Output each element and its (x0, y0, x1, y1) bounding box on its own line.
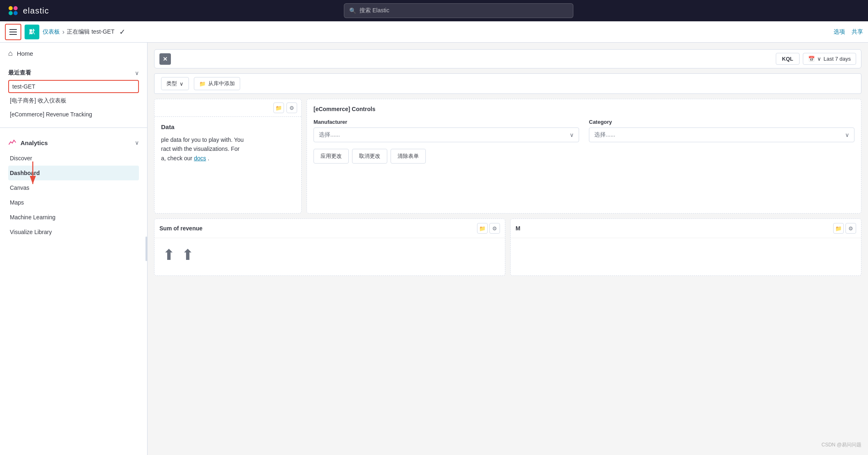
category-chevron-icon: ∨ (845, 132, 849, 138)
analytics-header-left: Analytics (8, 139, 48, 147)
sidebar-item-machine-learning[interactable]: Machine Learning (8, 210, 139, 225)
category-select[interactable]: 选择...... ∨ (589, 127, 854, 142)
sidebar-resize-handle[interactable] (145, 43, 147, 455)
recent-item-2[interactable]: [eCommerce] Revenue Tracking (8, 108, 139, 121)
options-button[interactable]: 选项 (834, 28, 845, 36)
revenue-folder-button[interactable]: 📁 (477, 223, 488, 234)
cancel-changes-button[interactable]: 取消更改 (352, 149, 387, 164)
sidebar: ⌂ Home 最近查看 ∨ test-GET [电子商务] 收入仪表板 [eCo… (0, 43, 148, 455)
time-label: Last 7 days (824, 56, 851, 62)
clear-form-button[interactable]: 清除表单 (391, 149, 426, 164)
folder-icon: 📁 (199, 81, 206, 87)
topbar: elastic 🔍 搜索 Elastic (0, 0, 868, 21)
manufacturer-placeholder: 选择...... (319, 131, 340, 139)
revenue-title-2: M (516, 225, 520, 232)
svg-point-2 (9, 11, 13, 15)
chevron-down-icon: ∨ (180, 81, 184, 87)
breadcrumb: 仪表板 › 正在编辑 test-GET (43, 28, 114, 36)
revenue-gear-button[interactable]: ⚙ (489, 223, 500, 234)
svg-point-1 (14, 6, 18, 10)
main-content: ✕ KQL 📅 ∨ Last 7 days 类型 ∨ 📁 从库中添加 (148, 43, 868, 455)
breadcrumb-separator: › (62, 28, 64, 36)
type-select-button[interactable]: 类型 ∨ (161, 77, 189, 90)
library-label: 从库中添加 (208, 80, 235, 87)
sidebar-item-dashboard[interactable]: Dashboard (8, 166, 139, 180)
analytics-icon (8, 139, 16, 147)
close-icon: ✕ (163, 56, 168, 62)
revenue-panel-header-2: M 📁 ⚙ (511, 219, 861, 238)
svg-point-0 (9, 6, 13, 10)
controls-panel: [eCommerce] Controls Manufacturer 选择....… (307, 99, 861, 214)
sidebar-item-visualize-library[interactable]: Visualize Library (8, 225, 139, 239)
sidebar-item-home[interactable]: ⌂ Home (0, 43, 147, 64)
recent-item-0[interactable]: test-GET (8, 80, 139, 93)
analytics-title: Analytics (20, 139, 48, 146)
analytics-section: Analytics ∨ Discover Dashboard Canvas Ma… (0, 131, 147, 243)
revenue-icons-2: 📁 ⚙ (833, 223, 856, 234)
revenue-title-1: Sum of revenue (159, 225, 202, 232)
close-filter-button[interactable]: ✕ (159, 53, 171, 65)
panel-gear-button[interactable]: ⚙ (286, 102, 297, 113)
data-panel-toolbar: 📁 ⚙ (155, 99, 301, 117)
revenue-icon-1: ⬆ (163, 246, 175, 264)
analytics-chevron-icon: ∨ (135, 139, 139, 146)
data-panel-title: Data (161, 123, 295, 130)
bottom-row: Sum of revenue 📁 ⚙ ⬆ ⬆ M 📁 ⚙ (154, 218, 861, 276)
sidebar-divider (0, 127, 147, 128)
revenue-body: ⬆ ⬆ (155, 238, 505, 272)
main-layout: ⌂ Home 最近查看 ∨ test-GET [电子商务] 收入仪表板 [eCo… (0, 43, 868, 455)
dashboard-row-top: 📁 ⚙ Data ple data for you to play with. … (154, 99, 861, 214)
sidebar-item-maps[interactable]: Maps (8, 195, 139, 210)
breadcrumb-current: 正在编辑 test-GET (67, 28, 114, 36)
revenue-panel-1: Sum of revenue 📁 ⚙ ⬆ ⬆ (154, 218, 505, 276)
manufacturer-label: Manufacturer (314, 119, 579, 125)
manufacturer-select[interactable]: 选择...... ∨ (314, 127, 579, 142)
secondary-toolbar: 默 仪表板 › 正在编辑 test-GET ✓ 选项 共享 (0, 21, 868, 43)
data-text-1: ple data for you to play with. You (161, 136, 244, 143)
docs-link[interactable]: docs (194, 155, 206, 162)
revenue2-gear-button[interactable]: ⚙ (845, 223, 856, 234)
data-panel-text: ple data for you to play with. You ract … (161, 135, 295, 163)
filter-bar: ✕ KQL 📅 ∨ Last 7 days (154, 49, 861, 68)
time-picker[interactable]: 📅 ∨ Last 7 days (803, 53, 857, 65)
category-placeholder: 选择...... (594, 131, 615, 139)
elastic-logo: elastic (7, 4, 49, 17)
chevron-icon: ∨ (817, 56, 821, 62)
sidebar-item-discover[interactable]: Discover (8, 151, 139, 166)
menu-button[interactable] (5, 24, 21, 40)
svg-point-3 (14, 11, 18, 15)
home-label: Home (17, 50, 33, 57)
calendar-icon: 📅 (808, 56, 815, 62)
user-badge[interactable]: 默 (25, 25, 39, 39)
revenue-icons-1: 📁 ⚙ (477, 223, 500, 234)
recent-section-header[interactable]: 最近查看 ∨ (8, 69, 139, 77)
elastic-logo-icon (7, 4, 20, 17)
revenue2-folder-button[interactable]: 📁 (833, 223, 844, 234)
search-bar[interactable]: 🔍 搜索 Elastic (344, 3, 573, 18)
sidebar-item-canvas[interactable]: Canvas (8, 180, 139, 195)
recent-item-1[interactable]: [电子商务] 收入仪表板 (8, 94, 139, 108)
share-button[interactable]: 共享 (852, 28, 863, 36)
type-label: 类型 (166, 80, 177, 87)
search-placeholder: 搜索 Elastic (359, 7, 389, 14)
control-row: Manufacturer 选择...... ∨ Category 选择.....… (314, 119, 854, 142)
apply-changes-button[interactable]: 应用更改 (314, 149, 349, 164)
library-button[interactable]: 📁 从库中添加 (194, 77, 240, 90)
control-actions: 应用更改 取消更改 清除表单 (314, 149, 854, 164)
breadcrumb-home[interactable]: 仪表板 (43, 28, 60, 36)
revenue-icon-2: ⬆ (182, 246, 194, 264)
panel-folder-button[interactable]: 📁 (273, 102, 284, 113)
controls-panel-title: [eCommerce] Controls (314, 106, 854, 112)
analytics-header[interactable]: Analytics ∨ (8, 134, 139, 151)
data-panel: 📁 ⚙ Data ple data for you to play with. … (154, 99, 302, 214)
home-icon: ⌂ (8, 49, 13, 58)
manufacturer-field: Manufacturer 选择...... ∨ (314, 119, 579, 142)
kql-button[interactable]: KQL (776, 53, 799, 65)
elastic-logo-text: elastic (23, 6, 49, 16)
recent-section: 最近查看 ∨ test-GET [电子商务] 收入仪表板 [eCommerce]… (0, 64, 147, 124)
category-field: Category 选择...... ∨ (589, 119, 854, 142)
data-text-3: a, check our (161, 155, 192, 162)
check-button[interactable]: ✓ (118, 26, 127, 38)
search-icon: 🔍 (349, 7, 356, 14)
revenue-panel-header-1: Sum of revenue 📁 ⚙ (155, 219, 505, 238)
